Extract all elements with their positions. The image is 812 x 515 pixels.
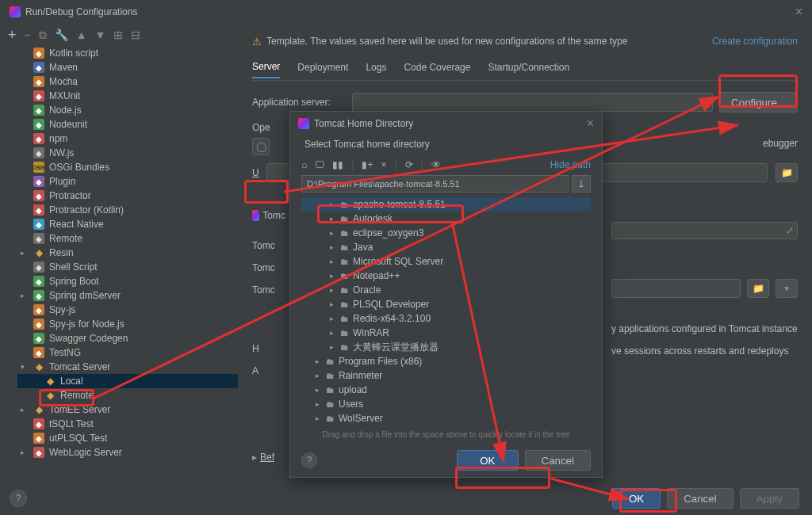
browser-icon[interactable]: ◯	[252, 138, 270, 155]
ok-button[interactable]: OK	[612, 488, 661, 509]
chevron-down-icon[interactable]: ▾	[776, 279, 798, 298]
create-config-link[interactable]: Create configuration	[712, 36, 798, 47]
tree-item-testng[interactable]: ◆TestNG	[17, 345, 238, 360]
tree-item-react-native[interactable]: ◆React Native	[17, 217, 238, 231]
folder-row[interactable]: ▸🖿Autodesk	[301, 212, 591, 226]
tree-item-label: Remote	[60, 390, 94, 401]
hide-path-link[interactable]: Hide path	[550, 159, 591, 170]
folder-row[interactable]: ▸🖿WolServer	[301, 411, 591, 425]
close-icon[interactable]: ×	[587, 116, 594, 131]
tree-item-protractor[interactable]: ◆Protractor	[17, 189, 238, 203]
home-icon[interactable]: ⌂	[301, 159, 307, 170]
down-icon[interactable]: ▼	[95, 29, 106, 41]
tree-item-label: TestNG	[49, 347, 81, 358]
tree-item-swagger-codegen[interactable]: ◆Swagger Codegen	[17, 331, 238, 345]
chevron-right-icon[interactable]: ▸	[252, 452, 257, 463]
expand-icon[interactable]: ⊞	[113, 29, 123, 41]
plus-icon[interactable]: +	[8, 27, 17, 44]
project-icon[interactable]: ▮▮	[332, 159, 343, 170]
help-button[interactable]: ?	[301, 452, 317, 468]
folder-row[interactable]: ▸🖿Rainmeter	[301, 368, 591, 383]
refresh-icon[interactable]: ⟳	[405, 159, 413, 170]
tree-item-spring-boot[interactable]: ◆Spring Boot	[17, 274, 238, 288]
tree-item-remote[interactable]: ◆Remote	[17, 231, 238, 246]
tree-item-tomee-server[interactable]: ▸◆TomEE Server	[17, 402, 238, 417]
folder-row[interactable]: ▸🖿Redis-x64-3.2.100	[301, 311, 591, 326]
tree-item-nw-js[interactable]: ◆NW.js	[17, 146, 238, 160]
tab-startup[interactable]: Startup/Connection	[488, 62, 569, 78]
folder-row[interactable]: ▸🖿PLSQL Developer	[301, 297, 591, 311]
folder-row[interactable]: ▸🖿Program Files (x86)	[301, 354, 591, 368]
folder-row[interactable]: ▸🖿apache-tomcat-8.5.51	[301, 197, 591, 212]
dialog-ok-button[interactable]: OK	[457, 450, 518, 471]
tree-item-utplsql-test[interactable]: ◆utPLSQL Test	[17, 431, 238, 445]
config-tree[interactable]: ◆Kotlin script◆Maven◆Mocha◆MXUnit◆Node.j…	[0, 46, 238, 491]
up-icon[interactable]: ▲	[76, 29, 87, 41]
folder-icon: 🖿	[340, 271, 349, 280]
tab-logs[interactable]: Logs	[366, 62, 386, 78]
tab-server[interactable]: Server	[252, 61, 280, 78]
dialog-cancel-button[interactable]: Cancel	[525, 450, 592, 471]
folder-row[interactable]: ▸🖿Oracle	[301, 283, 591, 297]
new-folder-icon[interactable]: ▮+	[362, 159, 373, 170]
cancel-button[interactable]: Cancel	[667, 488, 733, 509]
expand-field[interactable]: ⤢	[611, 222, 798, 239]
path-input[interactable]	[301, 175, 569, 193]
tree-item-shell-script[interactable]: ◆Shell Script	[17, 260, 238, 274]
folder-row[interactable]: ▸🖿Microsoft SQL Server	[301, 254, 591, 269]
close-icon[interactable]: ×	[795, 5, 802, 19]
tab-deployment[interactable]: Deployment	[297, 62, 348, 78]
tree-item-remote[interactable]: ◆Remote	[17, 388, 238, 402]
wrench-icon[interactable]: 🔧	[55, 29, 68, 41]
tree-item-node-js[interactable]: ◆Node.js	[17, 103, 238, 117]
browse-icon[interactable]: 📁	[747, 279, 769, 298]
delete-icon[interactable]: ×	[381, 159, 386, 170]
help-button[interactable]: ?	[10, 490, 27, 507]
desktop-icon[interactable]: 🖵	[315, 159, 324, 170]
tree-item-mocha[interactable]: ◆Mocha	[17, 74, 238, 89]
path-field[interactable]	[611, 279, 741, 298]
tree-item-spring-dmserver[interactable]: ▸◆Spring dmServer	[17, 288, 238, 303]
tree-item-osgi-bundles[interactable]: OSGiOSGi Bundles	[17, 160, 238, 174]
tree-item-protractor-kotlin-[interactable]: ◆Protractor (Kotlin)	[17, 203, 238, 217]
bottom-bar: OK Cancel Apply	[612, 488, 799, 509]
copy-icon[interactable]: ⧉	[39, 29, 47, 42]
collapse-icon[interactable]: ⊟	[131, 29, 140, 41]
folder-row[interactable]: ▸🖿大黄蜂云课堂播放器	[301, 340, 591, 354]
configure-button[interactable]: Configure...	[719, 92, 798, 113]
drag-hint: Drag and drop a file into the space abov…	[290, 425, 602, 444]
tree-item-mxunit[interactable]: ◆MXUnit	[17, 89, 238, 103]
folder-row[interactable]: ▸🖿Notepad++	[301, 269, 591, 283]
tab-coverage[interactable]: Code Coverage	[404, 62, 470, 78]
config-icon: ◆	[33, 105, 44, 116]
show-hidden-icon[interactable]: 👁	[431, 159, 441, 170]
tree-item-label: Maven	[49, 62, 78, 73]
tree-item-weblogic-server[interactable]: ▸◆WebLogic Server	[17, 445, 238, 460]
tree-item-spy-js-for-node-js[interactable]: ◆Spy-js for Node.js	[17, 317, 238, 331]
minus-icon[interactable]: −	[25, 29, 31, 41]
folder-row[interactable]: ▸🖿Java	[301, 240, 591, 254]
apply-button[interactable]: Apply	[740, 488, 799, 509]
tree-item-tsqlt-test[interactable]: ◆tSQLt Test	[17, 417, 238, 431]
tree-item-spy-js[interactable]: ◆Spy-js	[17, 303, 238, 317]
folder-row[interactable]: ▸🖿eclipse_oxygen3	[301, 226, 591, 240]
tomc-label: Tomc	[262, 210, 285, 221]
app-server-dropdown[interactable]: ▾	[352, 93, 713, 112]
tree-item-local[interactable]: ◆Local	[17, 374, 238, 388]
tree-item-kotlin-script[interactable]: ◆Kotlin script	[17, 46, 238, 60]
browse-icon[interactable]: 📁	[776, 163, 798, 182]
before-launch-label[interactable]: Bef	[260, 452, 274, 463]
folder-row[interactable]: ▸🖿WinRAR	[301, 326, 591, 340]
tree-item-npm[interactable]: ◆npm	[17, 132, 238, 146]
folder-row[interactable]: ▸🖿upload	[301, 383, 591, 397]
tree-item-maven[interactable]: ◆Maven	[17, 60, 238, 74]
folder-row[interactable]: ▸🖿Users	[301, 397, 591, 411]
tree-item-plugin[interactable]: ◆Plugin	[17, 174, 238, 189]
tree-item-label: WebLogic Server	[49, 447, 122, 458]
file-tree[interactable]: ▸🖿apache-tomcat-8.5.51▸🖿Autodesk▸🖿eclips…	[290, 197, 602, 425]
tree-item-resin[interactable]: ▸◆Resin	[17, 246, 238, 260]
tree-item-nodeunit[interactable]: ◆Nodeunit	[17, 117, 238, 132]
config-icon: ◆	[33, 319, 44, 330]
tree-item-tomcat-server[interactable]: ▾◆Tomcat Server	[17, 360, 238, 374]
download-icon[interactable]: ⤓	[572, 175, 591, 193]
